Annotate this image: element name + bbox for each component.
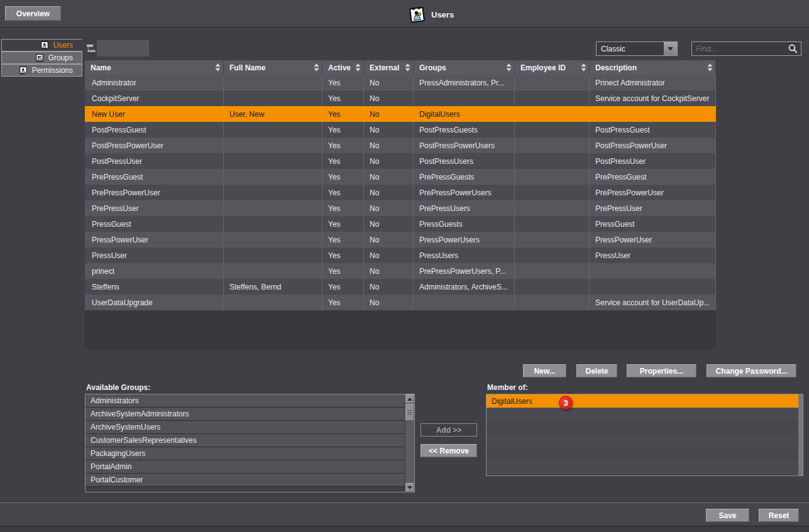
column-header-label: Name [91, 63, 111, 72]
footer-bar: Save Reset [0, 502, 809, 532]
scrollbar[interactable] [405, 394, 414, 492]
chevron-down-icon[interactable] [664, 42, 677, 55]
table-row[interactable]: PostPressPowerUserYesNoPostPressPowerUse… [85, 138, 716, 153]
available-group-item[interactable]: PortalCustomer [85, 474, 405, 487]
find-input[interactable] [692, 45, 788, 53]
hierarchy-filter-icon[interactable] [86, 43, 96, 54]
available-group-item[interactable]: ArchiveSystemUsers [85, 421, 405, 434]
column-header-groups[interactable]: Groups [414, 60, 515, 75]
add-group-button[interactable]: Add >> [421, 423, 477, 437]
reset-button[interactable]: Reset [759, 509, 799, 522]
table-row[interactable]: PressPowerUserYesNoPressPowerUsersPressP… [85, 232, 716, 247]
sort-icon[interactable] [581, 63, 586, 72]
cell-employee-id [515, 200, 590, 216]
available-group-item[interactable]: PortalAdmin [85, 460, 405, 474]
delete-user-button[interactable]: Delete [576, 364, 617, 377]
cell-name: PostPressUser [85, 153, 224, 169]
cell-description: PrePressPowerUser [590, 185, 716, 200]
cell-active: Yes [322, 279, 364, 295]
cell-external: No [364, 295, 414, 310]
cell-active: Yes [322, 122, 364, 138]
remove-group-button[interactable]: << Remove [421, 444, 477, 457]
cell-groups: PrePressPowerUsers [414, 185, 515, 200]
cell-description: PressPowerUser [590, 232, 716, 247]
cell-full-name [224, 216, 322, 232]
cell-description: PostPressPowerUser [590, 138, 716, 153]
available-group-item[interactable]: CustomerSalesRepresentatives [85, 434, 405, 447]
sort-icon[interactable] [355, 63, 361, 72]
table-row[interactable]: PressUserYesNoPressUsersPressUser [85, 247, 716, 263]
table-row[interactable]: CockpitServerYesNoService account for Co… [85, 90, 716, 106]
view-style-select[interactable]: Classic [596, 41, 678, 56]
properties-button[interactable]: Properties... [627, 364, 696, 377]
cell-description: PrePressGuest [590, 169, 716, 185]
available-group-item[interactable]: ArchiveSystemAdministrators [85, 408, 405, 421]
scroll-down-icon[interactable] [405, 483, 414, 492]
filter-field[interactable] [97, 40, 149, 57]
cell-full-name [224, 169, 322, 185]
column-header-description[interactable]: Description [590, 60, 716, 75]
table-row[interactable]: PrePressUserYesNoPrePressUsersPrePressUs… [85, 200, 716, 216]
member-of-item[interactable]: DigitalUsers [487, 394, 798, 408]
overview-button[interactable]: Overview [5, 6, 61, 21]
cell-external: No [364, 247, 414, 263]
cell-external: No [364, 138, 414, 153]
footer-strip [0, 526, 809, 532]
cell-name: CockpitServer [85, 90, 224, 106]
cell-employee-id [515, 122, 590, 138]
sidebar-tab-users[interactable]: Users [1, 39, 82, 52]
cell-full-name [224, 138, 322, 153]
cell-groups: PostPressGuests [414, 122, 515, 138]
search-icon[interactable] [788, 43, 798, 54]
table-row[interactable]: prinectYesNoPrePressPowerUsers, P... [85, 263, 716, 279]
cell-full-name [224, 295, 322, 310]
column-header-full-name[interactable]: Full Name [224, 60, 322, 75]
sidebar-tab-groups[interactable]: Groups [1, 52, 82, 64]
cell-external: No [364, 263, 414, 279]
column-header-active[interactable]: Active [322, 60, 364, 75]
sort-icon[interactable] [506, 63, 512, 72]
column-header-label: Description [595, 63, 637, 72]
table-row[interactable]: SteffensSteffens, BerndYesNoAdministrato… [85, 279, 716, 295]
table-row[interactable]: UserDataUpgradeYesNoService account for … [85, 295, 716, 310]
cell-description: PostPressGuest [590, 122, 716, 138]
group-card-icon [35, 53, 44, 62]
new-user-button[interactable]: New... [523, 364, 566, 377]
cell-employee-id [515, 216, 590, 232]
available-group-item[interactable]: PackagingUsers [85, 447, 405, 460]
scrollbar-track[interactable] [798, 394, 803, 475]
scrollbar-thumb[interactable] [405, 404, 414, 421]
table-row[interactable]: PostPressGuestYesNoPostPressGuestsPostPr… [85, 122, 716, 138]
sort-icon[interactable] [314, 63, 319, 72]
column-header-external[interactable]: External [364, 60, 414, 75]
table-row[interactable]: AdministratorYesNoPressAdministrators, P… [85, 75, 716, 90]
column-header-name[interactable]: Name [85, 60, 224, 75]
column-header-employee-id[interactable]: Employee ID [515, 60, 590, 75]
change-password-button[interactable]: Change Password... [707, 364, 796, 377]
cell-external: No [364, 169, 414, 185]
scroll-up-icon[interactable] [405, 394, 414, 403]
table-row[interactable]: PressGuestYesNoPressGuestsPressGuest [85, 216, 716, 232]
table-row[interactable]: New UserUser, NewYesNoDigitalUsers [85, 106, 716, 122]
cell-external: No [364, 185, 414, 200]
table-row[interactable]: PrePressPowerUserYesNoPrePressPowerUsers… [85, 185, 716, 200]
cell-full-name [224, 90, 322, 106]
table-row[interactable]: PrePressGuestYesNoPrePressGuestsPrePress… [85, 169, 716, 185]
cell-full-name [224, 122, 322, 138]
cell-name: UserDataUpgrade [85, 295, 224, 310]
cell-groups [414, 295, 515, 310]
save-button[interactable]: Save [706, 509, 749, 522]
table-row[interactable]: PostPressUserYesNoPostPressUsersPostPres… [85, 153, 716, 169]
sort-icon[interactable] [707, 63, 713, 72]
cell-groups: Administrators, ArchiveS... [414, 279, 515, 295]
user-admin-window: Overview Users [0, 0, 809, 532]
cell-groups: PressPowerUsers [414, 232, 515, 247]
users-table-header: NameFull NameActiveExternalGroupsEmploye… [85, 60, 716, 75]
sidebar-tab-permissions[interactable]: Permissions [1, 64, 82, 77]
available-group-item[interactable]: Administrators [85, 394, 405, 408]
cell-active: Yes [322, 247, 364, 263]
sort-icon[interactable] [405, 63, 410, 72]
cell-employee-id [515, 247, 590, 263]
cell-name: prinect [85, 263, 224, 279]
sort-icon[interactable] [215, 63, 221, 72]
